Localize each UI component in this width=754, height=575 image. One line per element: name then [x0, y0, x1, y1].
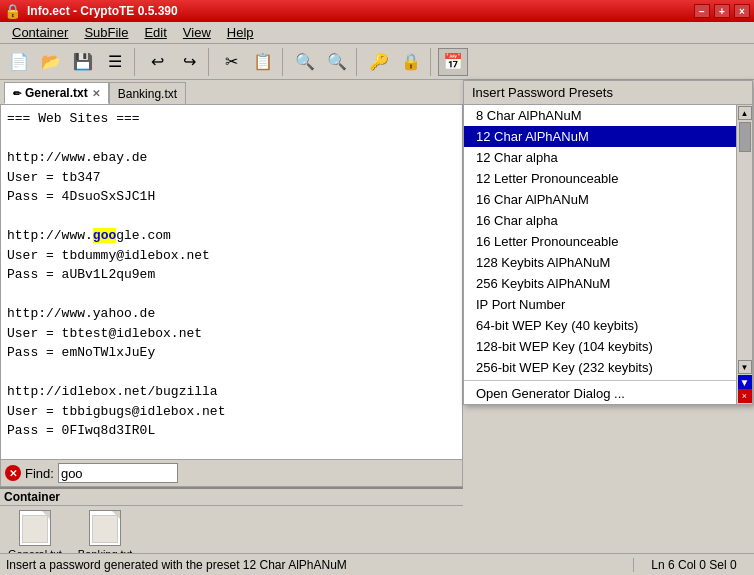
dropdown-item-1[interactable]: 12 Char AlPhANuM	[464, 126, 736, 147]
window-controls: − + ×	[694, 4, 750, 18]
dropdown-footer[interactable]: Open Generator Dialog ...	[464, 383, 736, 404]
dropdown-scrollbar[interactable]: ▲ ▼ ▼ ×	[736, 105, 752, 404]
editor-area[interactable]: === Web Sites === http://www.ebay.de Use…	[0, 104, 463, 487]
properties-button[interactable]: ☰	[100, 48, 130, 76]
app-icon: 🔒	[4, 3, 21, 19]
new-button[interactable]: 📄	[4, 48, 34, 76]
file-icon-general	[19, 510, 51, 546]
save-button[interactable]: 💾	[68, 48, 98, 76]
editor-line-9: Pass = aUBv1L2qu9em	[7, 265, 456, 285]
scroll-down-arrow[interactable]: ▼	[738, 360, 752, 374]
editor-line-5: Pass = 4DsuoSxSJC1H	[7, 187, 456, 207]
undo-button[interactable]: ↩	[142, 48, 172, 76]
status-bar: Insert a password generated with the pre…	[0, 553, 754, 575]
editor-line-12: User = tbtest@idlebox.net	[7, 324, 456, 344]
tab-general-label: General.txt	[25, 86, 88, 100]
maximize-button[interactable]: +	[714, 4, 730, 18]
dropdown-item-4[interactable]: 16 Char AlPhANuM	[464, 189, 736, 210]
scroll-close-btn[interactable]: ×	[738, 389, 752, 403]
status-position: Ln 6 Col 0 Sel 0	[634, 558, 754, 572]
close-button[interactable]: ×	[734, 4, 750, 18]
tab-general-close[interactable]: ✕	[92, 88, 100, 99]
tab-banking-label: Banking.txt	[118, 87, 177, 101]
editor-line-7: http://www.google.com	[7, 226, 456, 246]
file-icon-banking	[89, 510, 121, 546]
title-bar: 🔒 Info.ect - CryptoTE 0.5.390 − + ×	[0, 0, 754, 22]
paste-button[interactable]: 📋	[248, 48, 278, 76]
toolbar-separator-2	[208, 48, 212, 76]
dropdown-header: Insert Password Presets	[464, 81, 752, 105]
highlight-goo: goo	[93, 228, 116, 243]
editor-line-10	[7, 285, 456, 305]
dropdown-item-9[interactable]: IP Port Number	[464, 294, 736, 315]
menu-bar: Container SubFile Edit View Help	[0, 22, 754, 44]
tab-general[interactable]: ✏ General.txt ✕	[4, 82, 109, 104]
open-button[interactable]: 📂	[36, 48, 66, 76]
find-button[interactable]: 🔍	[290, 48, 320, 76]
key-button[interactable]: 🔑	[364, 48, 394, 76]
cut-button[interactable]: ✂	[216, 48, 246, 76]
minimize-button[interactable]: −	[694, 4, 710, 18]
scroll-up-arrow[interactable]: ▲	[738, 106, 752, 120]
lock-button[interactable]: 🔒	[396, 48, 426, 76]
toolbar-separator-5	[430, 48, 434, 76]
status-text: Insert a password generated with the pre…	[0, 558, 634, 572]
dropdown-item-7[interactable]: 128 Keybits AlPhANuM	[464, 252, 736, 273]
dropdown-item-5[interactable]: 16 Char alpha	[464, 210, 736, 231]
find-label: Find:	[25, 466, 54, 481]
dropdown-separator	[464, 380, 736, 381]
editor-line-16: User = tbbigbugs@idlebox.net	[7, 402, 456, 422]
dropdown-item-8[interactable]: 256 Keybits AlPhANuM	[464, 273, 736, 294]
editor-line-8: User = tbdummy@idlebox.net	[7, 246, 456, 266]
container-panel: Container General.txt Banking.txt	[0, 487, 463, 553]
dropdown-item-2[interactable]: 12 Char alpha	[464, 147, 736, 168]
editor-line-3: http://www.ebay.de	[7, 148, 456, 168]
editor-line-4: User = tb347	[7, 168, 456, 188]
menu-help[interactable]: Help	[219, 23, 262, 42]
editor-line-6	[7, 207, 456, 227]
editor-line-11: http://www.yahoo.de	[7, 304, 456, 324]
redo-button[interactable]: ↪	[174, 48, 204, 76]
title-text: Info.ect - CryptoTE 0.5.390	[27, 4, 694, 18]
toolbar-separator-3	[282, 48, 286, 76]
toolbar-separator-1	[134, 48, 138, 76]
menu-subfile[interactable]: SubFile	[76, 23, 136, 42]
menu-view[interactable]: View	[175, 23, 219, 42]
toolbar-separator-4	[356, 48, 360, 76]
dropdown-item-10[interactable]: 64-bit WEP Key (40 keybits)	[464, 315, 736, 336]
dropdown-item-6[interactable]: 16 Letter Pronounceable	[464, 231, 736, 252]
toolbar: 📄 📂 💾 ☰ ↩ ↪ ✂ 📋 🔍 🔍 🔑 🔒 📅	[0, 44, 754, 80]
dropdown-item-0[interactable]: 8 Char AlPhANuM	[464, 105, 736, 126]
dropdown-item-11[interactable]: 128-bit WEP Key (104 keybits)	[464, 336, 736, 357]
tab-general-edit-icon: ✏	[13, 88, 21, 99]
editor-line-2	[7, 129, 456, 149]
dropdown-item-3[interactable]: 12 Letter Pronounceable	[464, 168, 736, 189]
editor-line-14	[7, 363, 456, 383]
editor-line-15: http://idlebox.net/bugzilla	[7, 382, 456, 402]
scroll-thumb[interactable]	[739, 122, 751, 152]
find-error-icon: ✕	[5, 465, 21, 481]
find-bar: ✕ Find:	[0, 459, 463, 487]
menu-container[interactable]: Container	[4, 23, 76, 42]
editor-line-17: Pass = 0FIwq8d3IR0L	[7, 421, 456, 441]
dropdown-item-12[interactable]: 256-bit WEP Key (232 keybits)	[464, 357, 736, 378]
container-label: Container	[0, 489, 463, 506]
editor-line-13: Pass = emNoTWlxJuEy	[7, 343, 456, 363]
tab-banking[interactable]: Banking.txt	[109, 82, 186, 104]
find-input[interactable]	[58, 463, 178, 483]
find2-button[interactable]: 🔍	[322, 48, 352, 76]
scroll-blue-btn[interactable]: ▼	[738, 375, 752, 389]
editor-line-1: === Web Sites ===	[7, 109, 456, 129]
dropdown-items-area: 8 Char AlPhANuM 12 Char AlPhANuM 12 Char…	[464, 105, 736, 404]
menu-edit[interactable]: Edit	[136, 23, 174, 42]
calendar-button[interactable]: 📅	[438, 48, 468, 76]
editor-line-18	[7, 441, 456, 461]
dropdown-menu: Insert Password Presets 8 Char AlPhANuM …	[463, 80, 753, 405]
